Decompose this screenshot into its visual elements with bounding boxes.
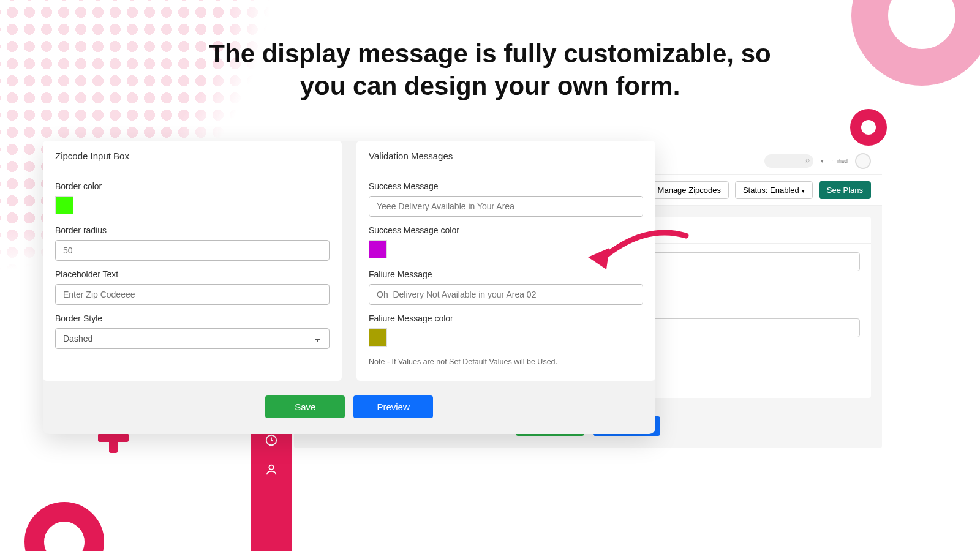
border-color-label: Border color [55, 181, 330, 191]
success-message-label: Success Message [369, 181, 643, 191]
border-style-label: Border Style [55, 313, 330, 323]
placeholder-text-label: Placeholder Text [55, 269, 330, 279]
save-button[interactable]: Save [265, 395, 345, 418]
status-dropdown[interactable]: Status: Enabled▾ [735, 181, 813, 199]
border-color-swatch[interactable] [55, 196, 74, 214]
zipcode-input-box-panel: Zipcode Input Box Border color Border ra… [43, 141, 342, 381]
user-icon [265, 463, 278, 476]
search-input[interactable] [764, 154, 813, 168]
border-style-select[interactable]: Dashed [55, 328, 330, 349]
dropdown-caret-icon[interactable]: ▾ [821, 158, 824, 164]
see-plans-button[interactable]: See Plans [819, 181, 871, 199]
success-color-swatch[interactable] [369, 240, 387, 258]
decor-sidebar-fragment [251, 422, 292, 551]
svg-point-1 [269, 465, 273, 470]
decor-ring-red-bottom [24, 502, 104, 551]
failure-message-input[interactable] [369, 284, 643, 305]
failure-color-swatch[interactable] [369, 328, 387, 347]
preview-button[interactable]: Preview [353, 395, 432, 418]
fg-action-buttons: Save Preview [43, 381, 655, 434]
failure-color-label: Faliure Message color [369, 313, 643, 323]
success-message-input[interactable] [369, 196, 643, 217]
validation-panel-title: Validation Messages [356, 141, 655, 171]
foreground-settings-card: Zipcode Input Box Border color Border ra… [43, 141, 655, 434]
validation-messages-panel: Validation Messages Success Message Succ… [356, 141, 655, 381]
topbar-text: hi ihed [831, 158, 848, 164]
placeholder-text-input[interactable] [55, 284, 330, 305]
zipcode-panel-title: Zipcode Input Box [43, 141, 342, 171]
border-radius-input[interactable] [55, 240, 330, 261]
success-color-label: Success Message color [369, 225, 643, 235]
failure-message-label: Faliure Message [369, 269, 643, 279]
defaults-note: Note - If Values are not Set Default Val… [369, 358, 643, 366]
manage-zipcodes-button[interactable]: Manage Zipcodes [650, 181, 729, 199]
decor-ring-pink [851, 0, 980, 86]
headline: The display message is fully customizabl… [184, 38, 796, 102]
clock-icon [265, 433, 278, 447]
border-radius-label: Border radius [55, 225, 330, 235]
decor-ring-red-small [850, 109, 887, 146]
avatar[interactable] [855, 153, 871, 169]
